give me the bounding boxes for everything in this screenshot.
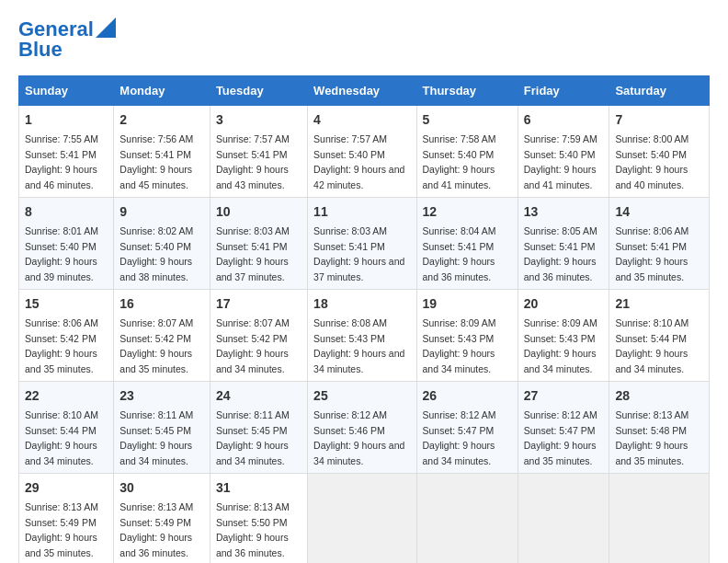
- cell-info: Sunrise: 8:10 AMSunset: 5:44 PMDaylight:…: [615, 317, 688, 374]
- cell-info: Sunrise: 8:01 AMSunset: 5:40 PMDaylight:…: [25, 225, 98, 282]
- cell-info: Sunrise: 8:05 AMSunset: 5:41 PMDaylight:…: [524, 225, 597, 282]
- cell-info: Sunrise: 7:55 AMSunset: 5:41 PMDaylight:…: [25, 133, 98, 190]
- calendar-cell: 24Sunrise: 8:11 AMSunset: 5:45 PMDayligh…: [210, 382, 307, 474]
- calendar-cell: [308, 474, 416, 563]
- calendar-table: SundayMondayTuesdayWednesdayThursdayFrid…: [18, 75, 710, 563]
- day-number: 16: [119, 294, 204, 314]
- cell-info: Sunrise: 8:13 AMSunset: 5:49 PMDaylight:…: [25, 501, 98, 558]
- cell-info: Sunrise: 7:57 AMSunset: 5:40 PMDaylight:…: [313, 133, 404, 190]
- day-number: 11: [313, 202, 410, 222]
- day-number: 7: [615, 110, 703, 130]
- calendar-cell: 19Sunrise: 8:09 AMSunset: 5:43 PMDayligh…: [416, 290, 518, 382]
- day-number: 4: [313, 110, 410, 130]
- calendar-week-4: 22Sunrise: 8:10 AMSunset: 5:44 PMDayligh…: [19, 382, 710, 474]
- cell-info: Sunrise: 8:03 AMSunset: 5:41 PMDaylight:…: [313, 225, 404, 282]
- day-number: 27: [524, 386, 604, 406]
- cell-info: Sunrise: 8:08 AMSunset: 5:43 PMDaylight:…: [313, 317, 404, 374]
- calendar-cell: 20Sunrise: 8:09 AMSunset: 5:43 PMDayligh…: [518, 290, 609, 382]
- day-number: 26: [423, 386, 512, 406]
- calendar-cell: 5Sunrise: 7:58 AMSunset: 5:40 PMDaylight…: [416, 106, 518, 198]
- calendar-cell: 12Sunrise: 8:04 AMSunset: 5:41 PMDayligh…: [416, 198, 518, 290]
- calendar-cell: 1Sunrise: 7:55 AMSunset: 5:41 PMDaylight…: [19, 106, 114, 198]
- cell-info: Sunrise: 8:10 AMSunset: 5:44 PMDaylight:…: [25, 409, 98, 466]
- cell-info: Sunrise: 8:06 AMSunset: 5:41 PMDaylight:…: [615, 225, 688, 282]
- page-header: General Blue: [18, 18, 710, 61]
- day-number: 14: [615, 202, 703, 222]
- calendar-cell: 6Sunrise: 7:59 AMSunset: 5:40 PMDaylight…: [518, 106, 609, 198]
- day-number: 28: [615, 386, 703, 406]
- calendar-cell: 23Sunrise: 8:11 AMSunset: 5:45 PMDayligh…: [114, 382, 210, 474]
- calendar-cell: 10Sunrise: 8:03 AMSunset: 5:41 PMDayligh…: [210, 198, 307, 290]
- calendar-cell: 2Sunrise: 7:56 AMSunset: 5:41 PMDaylight…: [114, 106, 210, 198]
- calendar-week-2: 8Sunrise: 8:01 AMSunset: 5:40 PMDaylight…: [19, 198, 710, 290]
- calendar-cell: 30Sunrise: 8:13 AMSunset: 5:49 PMDayligh…: [114, 474, 210, 563]
- calendar-cell: 18Sunrise: 8:08 AMSunset: 5:43 PMDayligh…: [308, 290, 416, 382]
- header-cell-friday: Friday: [518, 76, 609, 106]
- calendar-cell: 9Sunrise: 8:02 AMSunset: 5:40 PMDaylight…: [114, 198, 210, 290]
- day-number: 1: [25, 110, 108, 130]
- day-number: 19: [423, 294, 512, 314]
- svg-marker-0: [96, 17, 116, 38]
- calendar-week-5: 29Sunrise: 8:13 AMSunset: 5:49 PMDayligh…: [19, 474, 710, 563]
- calendar-cell: 13Sunrise: 8:05 AMSunset: 5:41 PMDayligh…: [518, 198, 609, 290]
- cell-info: Sunrise: 8:13 AMSunset: 5:50 PMDaylight:…: [216, 501, 290, 558]
- day-number: 25: [313, 386, 410, 406]
- day-number: 2: [119, 110, 204, 130]
- header-cell-saturday: Saturday: [609, 76, 710, 106]
- cell-info: Sunrise: 8:13 AMSunset: 5:49 PMDaylight:…: [119, 501, 193, 558]
- day-number: 30: [119, 478, 204, 498]
- cell-info: Sunrise: 7:58 AMSunset: 5:40 PMDaylight:…: [423, 133, 496, 190]
- calendar-cell: [518, 474, 609, 563]
- day-number: 23: [119, 386, 204, 406]
- day-number: 29: [25, 478, 108, 498]
- logo-blue-text: Blue: [18, 39, 63, 61]
- calendar-body: 1Sunrise: 7:55 AMSunset: 5:41 PMDaylight…: [19, 106, 710, 563]
- header-row: SundayMondayTuesdayWednesdayThursdayFrid…: [19, 76, 710, 106]
- calendar-cell: 16Sunrise: 8:07 AMSunset: 5:42 PMDayligh…: [114, 290, 210, 382]
- cell-info: Sunrise: 8:07 AMSunset: 5:42 PMDaylight:…: [119, 317, 193, 374]
- calendar-cell: 17Sunrise: 8:07 AMSunset: 5:42 PMDayligh…: [210, 290, 307, 382]
- cell-info: Sunrise: 8:00 AMSunset: 5:40 PMDaylight:…: [615, 133, 688, 190]
- cell-info: Sunrise: 8:03 AMSunset: 5:41 PMDaylight:…: [216, 225, 290, 282]
- calendar-cell: 15Sunrise: 8:06 AMSunset: 5:42 PMDayligh…: [19, 290, 114, 382]
- calendar-cell: [609, 474, 710, 563]
- calendar-cell: [416, 474, 518, 563]
- calendar-cell: 28Sunrise: 8:13 AMSunset: 5:48 PMDayligh…: [609, 382, 710, 474]
- header-cell-tuesday: Tuesday: [210, 76, 307, 106]
- calendar-cell: 29Sunrise: 8:13 AMSunset: 5:49 PMDayligh…: [19, 474, 114, 563]
- cell-info: Sunrise: 8:12 AMSunset: 5:47 PMDaylight:…: [423, 409, 496, 466]
- cell-info: Sunrise: 7:56 AMSunset: 5:41 PMDaylight:…: [119, 133, 193, 190]
- cell-info: Sunrise: 8:13 AMSunset: 5:48 PMDaylight:…: [615, 409, 688, 466]
- day-number: 31: [216, 478, 301, 498]
- day-number: 13: [524, 202, 604, 222]
- cell-info: Sunrise: 8:11 AMSunset: 5:45 PMDaylight:…: [119, 409, 193, 466]
- day-number: 9: [119, 202, 204, 222]
- calendar-week-1: 1Sunrise: 7:55 AMSunset: 5:41 PMDaylight…: [19, 106, 710, 198]
- calendar-cell: 27Sunrise: 8:12 AMSunset: 5:47 PMDayligh…: [518, 382, 609, 474]
- cell-info: Sunrise: 8:02 AMSunset: 5:40 PMDaylight:…: [119, 225, 193, 282]
- header-cell-monday: Monday: [114, 76, 210, 106]
- calendar-cell: 8Sunrise: 8:01 AMSunset: 5:40 PMDaylight…: [19, 198, 114, 290]
- day-number: 18: [313, 294, 410, 314]
- calendar-cell: 11Sunrise: 8:03 AMSunset: 5:41 PMDayligh…: [308, 198, 416, 290]
- day-number: 3: [216, 110, 301, 130]
- calendar-cell: 21Sunrise: 8:10 AMSunset: 5:44 PMDayligh…: [609, 290, 710, 382]
- calendar-cell: 31Sunrise: 8:13 AMSunset: 5:50 PMDayligh…: [210, 474, 307, 563]
- cell-info: Sunrise: 8:12 AMSunset: 5:47 PMDaylight:…: [524, 409, 597, 466]
- day-number: 17: [216, 294, 301, 314]
- day-number: 8: [25, 202, 108, 222]
- calendar-week-3: 15Sunrise: 8:06 AMSunset: 5:42 PMDayligh…: [19, 290, 710, 382]
- cell-info: Sunrise: 8:12 AMSunset: 5:46 PMDaylight:…: [313, 409, 404, 466]
- day-number: 10: [216, 202, 301, 222]
- cell-info: Sunrise: 8:11 AMSunset: 5:45 PMDaylight:…: [216, 409, 290, 466]
- header-cell-sunday: Sunday: [19, 76, 114, 106]
- cell-info: Sunrise: 7:57 AMSunset: 5:41 PMDaylight:…: [216, 133, 290, 190]
- day-number: 6: [524, 110, 604, 130]
- calendar-cell: 22Sunrise: 8:10 AMSunset: 5:44 PMDayligh…: [19, 382, 114, 474]
- logo-arrow-icon: [96, 17, 116, 38]
- day-number: 5: [423, 110, 512, 130]
- day-number: 22: [25, 386, 108, 406]
- calendar-cell: 25Sunrise: 8:12 AMSunset: 5:46 PMDayligh…: [308, 382, 416, 474]
- cell-info: Sunrise: 8:09 AMSunset: 5:43 PMDaylight:…: [524, 317, 597, 374]
- cell-info: Sunrise: 8:09 AMSunset: 5:43 PMDaylight:…: [423, 317, 496, 374]
